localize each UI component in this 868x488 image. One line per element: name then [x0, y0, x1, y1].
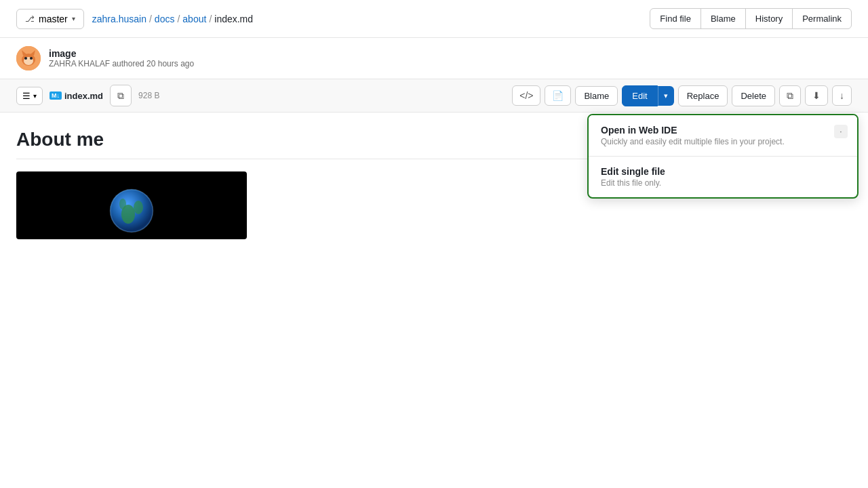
- file-header-left: ☰ ▾ M↓ index.md ⧉ 928 B: [16, 85, 159, 106]
- breadcrumb-section: ⎇ master ▾ zahra.husain / docs / about /…: [16, 9, 253, 29]
- svg-point-6: [30, 57, 33, 60]
- chevron-down-icon: ▾: [664, 92, 668, 100]
- copy-raw-button[interactable]: ⧉: [779, 85, 801, 106]
- code-icon: </>: [519, 90, 533, 101]
- avatar: [16, 46, 41, 70]
- export-icon: ↓: [840, 90, 844, 101]
- download-button[interactable]: ⬇: [805, 85, 828, 106]
- list-chevron-icon: ▾: [33, 92, 37, 100]
- commit-time: 20 hours ago: [146, 59, 194, 68]
- file-list-toggle[interactable]: ☰ ▾: [16, 87, 43, 105]
- pin-icon: ·: [834, 125, 848, 138]
- breadcrumb-sep-3: /: [209, 14, 212, 24]
- branch-name: master: [39, 14, 68, 24]
- breadcrumb-about[interactable]: about: [182, 14, 206, 24]
- file-header: ☰ ▾ M↓ index.md ⧉ 928 B </> 📄 Blame Edit…: [0, 79, 868, 113]
- open-web-ide-option[interactable]: Open in Web IDE Quickly and easily edit …: [589, 115, 857, 156]
- raw-view-button[interactable]: 📄: [545, 85, 571, 106]
- top-bar: ⎇ master ▾ zahra.husain / docs / about /…: [0, 0, 868, 38]
- commit-info: image ZAHRA KHALAF authored 20 hours ago: [49, 48, 194, 68]
- list-icon: ☰: [22, 91, 31, 101]
- document-icon: 📄: [552, 90, 564, 101]
- commit-meta: ZAHRA KHALAF authored 20 hours ago: [49, 59, 194, 68]
- copy-filename-button[interactable]: ⧉: [110, 85, 132, 106]
- edit-button[interactable]: Edit: [622, 85, 657, 106]
- copy-icon: ⧉: [117, 90, 124, 102]
- filename: index.md: [64, 91, 103, 101]
- edit-single-file-desc: Edit this file only.: [601, 178, 845, 188]
- copy-icon-2: ⧉: [787, 90, 793, 102]
- permalink-button[interactable]: Permalink: [792, 8, 852, 29]
- breadcrumb-user[interactable]: zahra.husain: [92, 14, 146, 24]
- find-file-button[interactable]: Find file: [650, 8, 701, 29]
- branch-selector[interactable]: ⎇ master ▾: [16, 9, 84, 29]
- edit-single-file-title: Edit single file: [601, 166, 845, 177]
- commit-row: image ZAHRA KHALAF authored 20 hours ago: [0, 38, 868, 79]
- open-web-ide-desc: Quickly and easily edit multiple files i…: [601, 137, 845, 146]
- file-header-right: </> 📄 Blame Edit ▾ Open in Web IDE Quick…: [512, 85, 852, 106]
- delete-button[interactable]: Delete: [732, 85, 775, 106]
- breadcrumb-docs[interactable]: docs: [155, 14, 175, 24]
- chevron-down-icon: ▾: [72, 15, 75, 22]
- svg-point-10: [134, 201, 143, 214]
- avatar-image: [16, 46, 41, 70]
- download-icon: ⬇: [812, 90, 821, 101]
- code-view-button[interactable]: </>: [512, 85, 540, 106]
- commit-author: ZAHRA KHALAF: [49, 59, 110, 68]
- git-branch-icon: ⎇: [25, 14, 35, 24]
- edit-button-group: Edit ▾ Open in Web IDE Quickly and easil…: [622, 85, 673, 106]
- markdown-icon: M↓: [50, 92, 62, 100]
- edit-dropdown-toggle[interactable]: ▾: [658, 86, 674, 106]
- blame-button-top[interactable]: Blame: [701, 8, 746, 29]
- edit-single-file-option[interactable]: Edit single file Edit this file only.: [589, 157, 857, 197]
- breadcrumb-sep-2: /: [177, 14, 180, 24]
- breadcrumb-file: index.md: [214, 14, 253, 24]
- svg-point-5: [24, 57, 27, 60]
- export-button[interactable]: ↓: [832, 85, 852, 106]
- history-button[interactable]: History: [745, 8, 793, 29]
- commit-action: authored: [112, 59, 144, 68]
- svg-point-11: [119, 199, 126, 209]
- open-web-ide-title: Open in Web IDE: [601, 125, 845, 136]
- breadcrumb-sep-1: /: [149, 14, 152, 24]
- replace-button[interactable]: Replace: [678, 85, 728, 106]
- blame-button[interactable]: Blame: [575, 86, 618, 106]
- commit-message: image: [49, 48, 194, 59]
- file-size: 928 B: [138, 91, 159, 100]
- edit-dropdown-menu: Open in Web IDE Quickly and easily edit …: [587, 114, 859, 199]
- earth-globe-svg: [108, 187, 155, 235]
- earth-image: [16, 171, 247, 239]
- top-action-buttons: Find file Blame History Permalink: [650, 8, 852, 29]
- breadcrumb: zahra.husain / docs / about / index.md: [92, 14, 253, 24]
- file-md-badge: M↓ index.md: [50, 91, 103, 101]
